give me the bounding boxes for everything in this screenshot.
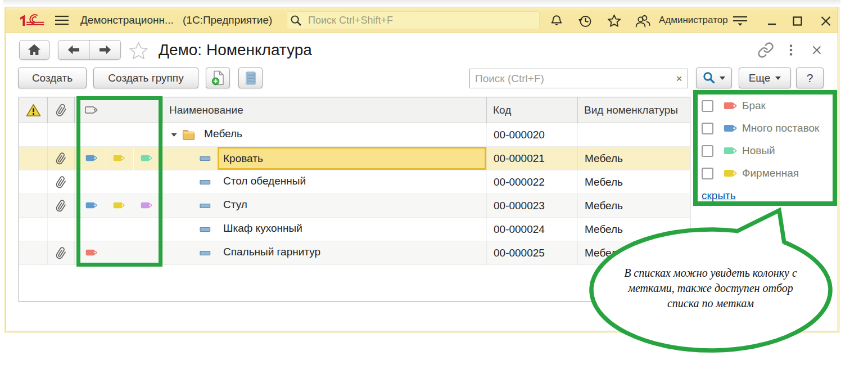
create-group-button[interactable]: Создать группу (93, 68, 198, 88)
app-title: Демонстрационн... (80, 7, 174, 33)
cell-name[interactable]: Мебель (163, 123, 487, 146)
cell-attachment[interactable] (48, 123, 75, 146)
paperclip-icon (48, 97, 74, 123)
current-user-label[interactable]: Администратор (659, 7, 728, 33)
row-name: Шкаф кухонный (223, 222, 302, 235)
get-link-icon[interactable] (756, 41, 775, 59)
cell-name[interactable]: Стул (163, 194, 487, 217)
cell-code[interactable]: 00-000023 (487, 194, 578, 217)
back-button[interactable] (58, 40, 90, 59)
row-name: Мебель (204, 128, 242, 140)
annotation-rect-tag-column (76, 96, 162, 267)
row-code: 00-000020 (494, 129, 545, 141)
global-search-input[interactable]: Поиск Ctrl+Shift+F (287, 11, 540, 29)
favorites-star-icon[interactable] (607, 14, 621, 28)
cell-code[interactable]: 00-000022 (487, 170, 578, 194)
choose-from-list-icon-button[interactable] (238, 68, 263, 88)
create-group-button-label: Создать группу (108, 72, 183, 84)
column-header-kind[interactable]: Вид номенклатуры (578, 97, 691, 123)
annotation-bubble-text: В списках можно увидеть колонку с меткам… (609, 266, 812, 311)
more-button[interactable]: Еще (739, 68, 791, 88)
cell-name[interactable]: Шкаф кухонный (163, 218, 487, 241)
more-button-label: Еще (749, 72, 771, 84)
1c-logo-icon (19, 14, 44, 26)
row-name: Стол обеденный (223, 175, 306, 187)
minimize-button[interactable] (766, 14, 777, 28)
cell-code[interactable]: 00-000021 (487, 147, 578, 170)
row-code: 00-000022 (494, 176, 545, 188)
close-window-button[interactable] (820, 14, 831, 28)
titlebar: Демонстрационн... (1С:Предприятие) Поиск… (6, 7, 838, 33)
row-name: Кровать (223, 152, 263, 165)
main-menu-icon[interactable] (55, 15, 69, 26)
cell-name[interactable]: Кровать (163, 147, 487, 170)
global-search-placeholder: Поиск Ctrl+Shift+F (308, 15, 393, 26)
help-button[interactable]: ? (796, 68, 824, 88)
more-actions-kebab-icon[interactable] (786, 41, 795, 59)
search-icon (703, 71, 716, 84)
expander-icon[interactable] (171, 133, 177, 137)
row-kind: Мебель (585, 152, 623, 165)
forward-button[interactable] (90, 40, 121, 59)
create-button[interactable]: Создать (18, 68, 87, 88)
screen: Демонстрационн... (1С:Предприятие) Поиск… (0, 0, 868, 369)
maximize-button[interactable] (792, 14, 803, 28)
cell-kind[interactable]: Мебель (578, 170, 691, 194)
clear-search-button[interactable]: × (671, 69, 688, 88)
list-search-placeholder: Поиск (Ctrl+F) (475, 73, 544, 85)
cell-name[interactable]: Спальный гарнитур (163, 241, 487, 264)
cell-attachment[interactable] (48, 147, 75, 170)
cell-attachment[interactable] (48, 218, 75, 241)
cell-attachment[interactable] (48, 241, 75, 264)
cell-code[interactable]: 00-000024 (487, 218, 578, 241)
app-subtitle: (1С:Предприятие) (183, 7, 272, 33)
element-marker-icon (200, 250, 211, 256)
row-code: 00-000024 (494, 223, 545, 236)
row-code: 00-000025 (494, 247, 545, 259)
element-marker-icon (200, 203, 211, 209)
history-icon[interactable] (577, 14, 592, 28)
cell-warning[interactable] (19, 170, 48, 194)
cell-code[interactable]: 00-000020 (487, 123, 578, 146)
cell-warning[interactable] (19, 218, 48, 241)
element-marker-icon (200, 227, 211, 232)
cell-warning[interactable] (19, 123, 48, 146)
home-button[interactable] (19, 40, 49, 60)
favorite-page-star-icon[interactable] (128, 41, 148, 60)
column-header-warning[interactable] (19, 97, 48, 123)
help-button-label: ? (807, 71, 813, 85)
chevron-down-icon (720, 76, 725, 80)
close-form-icon[interactable] (811, 41, 822, 59)
page-title: Демо: Номенклатура (159, 41, 312, 59)
cell-attachment[interactable] (48, 170, 75, 194)
create-button-label: Создать (32, 72, 73, 84)
cell-attachment[interactable] (48, 194, 75, 217)
row-kind: Мебель (585, 176, 623, 188)
tools-settings-icon[interactable] (732, 15, 748, 27)
collaboration-users-icon[interactable] (635, 14, 650, 28)
element-marker-icon (200, 179, 211, 185)
list-search-input[interactable]: Поиск (Ctrl+F) (469, 69, 671, 88)
cell-warning[interactable] (19, 147, 48, 170)
column-header-code[interactable]: Код (487, 97, 578, 123)
column-header-attachment[interactable] (48, 97, 75, 123)
selected-cell[interactable]: Кровать (218, 147, 486, 170)
cell-kind[interactable]: Мебель (578, 147, 691, 170)
paperclip-icon (55, 176, 67, 188)
create-new-element-icon-button[interactable] (206, 68, 230, 88)
element-marker-icon (200, 156, 211, 161)
cell-name[interactable]: Стол обеденный (163, 170, 487, 194)
cell-warning[interactable] (19, 194, 48, 217)
window-top-shadow (3, 0, 840, 7)
chevron-down-icon (775, 76, 781, 80)
folder-icon (182, 129, 195, 140)
cell-code[interactable]: 00-000025 (487, 241, 578, 264)
notifications-bell-icon[interactable] (549, 14, 564, 28)
column-header-name[interactable]: Наименование (163, 97, 487, 123)
cell-kind[interactable] (578, 123, 691, 146)
paperclip-icon (55, 247, 67, 259)
row-code: 00-000021 (494, 152, 545, 165)
cell-warning[interactable] (19, 241, 48, 264)
search-settings-button[interactable] (696, 68, 732, 88)
paperclip-icon (55, 152, 67, 165)
